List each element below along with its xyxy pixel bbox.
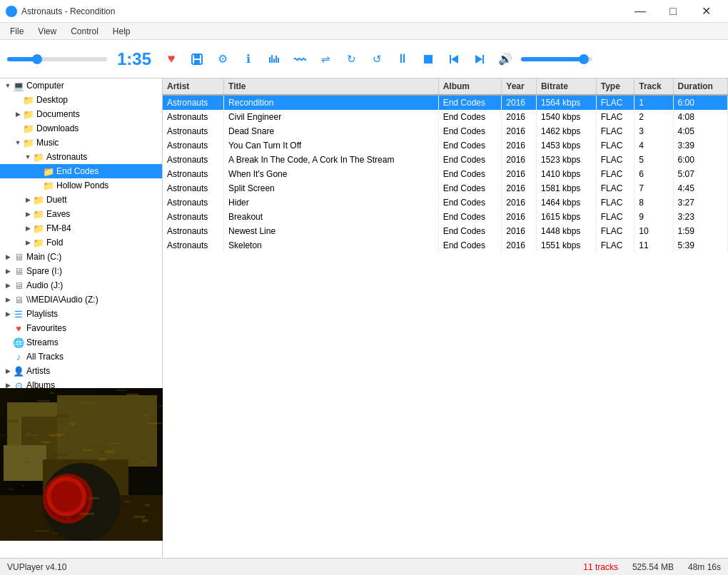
expander-mainc[interactable]: ▶ [3,252,13,262]
sidebar-item-mediaaudio[interactable]: ▶🖥\\MEDIA\Audio (Z:) [0,292,162,307]
cell-track-2: 3 [635,124,673,138]
expander-astronauts[interactable]: ▼ [23,152,33,162]
wave-button[interactable] [290,49,310,69]
menu-help[interactable]: Help [106,25,138,38]
col-header-duration[interactable]: Duration [673,78,727,95]
next-button[interactable] [470,49,490,69]
sidebar-item-alltracks[interactable]: ♪All Tracks [0,350,162,364]
save-button[interactable] [187,49,207,69]
sidebar-item-astronauts[interactable]: ▼📁Astronauts [0,150,162,164]
table-row[interactable]: AstronautsYou Can Turn It OffEnd Codes20… [163,138,728,153]
sidebar-item-favourites[interactable]: ♥Favourites [0,321,162,335]
col-header-type[interactable]: Type [596,78,635,95]
expander-sparei[interactable]: ▶ [3,266,13,276]
expander-fm84[interactable]: ▶ [23,223,33,233]
table-row[interactable]: AstronautsSkeletonEnd Codes20161551 kbps… [163,238,728,253]
table-row[interactable]: AstronautsReconditionEnd Codes20161564 k… [163,95,728,110]
expander-documents[interactable]: ▶ [13,109,23,119]
sidebar-label-mainc: Main (C:) [26,252,61,262]
col-header-artist[interactable]: Artist [163,78,224,95]
folder-icon: 📁 [33,208,44,220]
minimize-button[interactable]: — [624,0,657,23]
table-row[interactable]: AstronautsSplit ScreenEnd Codes20161581 … [163,181,728,195]
info-button[interactable]: ℹ [238,49,258,69]
svg-rect-4 [271,55,273,63]
sidebar-item-downloads[interactable]: 📁Downloads [0,121,162,136]
cell-bitrate-2: 1462 kbps [536,124,596,138]
heart-button[interactable]: ♥ [161,49,181,69]
maximize-button[interactable]: □ [657,0,689,23]
expander-eaves[interactable]: ▶ [23,209,33,219]
pause-button[interactable]: ⏸ [393,49,413,69]
menu-view[interactable]: View [31,25,64,38]
cell-year-4: 2016 [502,153,537,167]
sidebar-item-eaves[interactable]: ▶📁Eaves [0,207,162,221]
shuffle-button[interactable]: ⇌ [315,49,335,69]
sidebar-item-documents[interactable]: ▶📁Documents [0,107,162,121]
cell-title-4: A Break In The Code, A Cork In The Strea… [224,153,439,167]
prev-button[interactable] [444,49,464,69]
expander-mediaaudio[interactable]: ▶ [3,295,13,305]
volume-thumb[interactable] [579,54,589,64]
sidebar-item-fm84[interactable]: ▶📁FM-84 [0,221,162,235]
table-row[interactable]: AstronautsHiderEnd Codes20161464 kbpsFLA… [163,195,728,210]
seek-bar[interactable] [7,57,107,61]
svg-rect-7 [278,58,279,63]
expander-artists[interactable]: ▶ [3,366,13,376]
sidebar-item-sparei[interactable]: ▶🖥Spare (I:) [0,264,162,278]
seek-thumb[interactable] [32,54,42,64]
sidebar-item-mainc[interactable]: ▶🖥Main (C:) [0,250,162,264]
expander-audioj[interactable]: ▶ [3,280,13,290]
eq-button[interactable] [264,49,284,69]
sidebar-item-computer[interactable]: ▼💻Computer [0,78,162,93]
expander-computer[interactable]: ▼ [3,81,13,91]
cell-track-1: 2 [635,110,673,124]
table-row[interactable]: AstronautsBreakoutEnd Codes20161615 kbps… [163,210,728,224]
cell-year-8: 2016 [502,210,537,224]
cell-album-8: End Codes [438,210,502,224]
status-version: VUPlayer v4.10 [7,562,66,572]
repeat-all-button[interactable]: ↺ [367,49,387,69]
sidebar-item-artists[interactable]: ▶👤Artists [0,364,162,378]
menu-control[interactable]: Control [64,25,106,38]
sidebar-item-duett[interactable]: ▶📁Duett [0,193,162,207]
sidebar-item-hollowponds[interactable]: 📁Hollow Ponds [0,178,162,193]
expander-playlists[interactable]: ▶ [3,309,13,319]
sidebar-item-playlists[interactable]: ▶☰Playlists [0,307,162,321]
expander-duett[interactable]: ▶ [23,195,33,205]
cell-artist-1: Astronauts [163,110,224,124]
col-header-year[interactable]: Year [502,78,537,95]
volume-bar[interactable] [521,57,592,61]
cell-title-10: Skeleton [224,238,439,253]
stop-button[interactable] [418,49,438,69]
repeat-one-button[interactable]: ↻ [341,49,361,69]
col-header-bitrate[interactable]: Bitrate [536,78,596,95]
sidebar-item-desktop[interactable]: 📁Desktop [0,93,162,107]
table-row[interactable]: AstronautsWhen It's GoneEnd Codes2016141… [163,167,728,181]
table-row[interactable]: AstronautsA Break In The Code, A Cork In… [163,153,728,167]
table-row[interactable]: AstronautsNewest LineEnd Codes20161448 k… [163,224,728,238]
sidebar-item-streams[interactable]: 🌐Streams [0,335,162,350]
volume-button[interactable]: 🔊 [495,49,515,69]
col-header-album[interactable]: Album [438,78,502,95]
cell-album-1: End Codes [438,110,502,124]
expander-music[interactable]: ▼ [13,138,23,148]
expander-fold[interactable]: ▶ [23,238,33,248]
window-title: Astronauts - Recondition [21,6,115,16]
folder-icon: 📁 [23,137,34,148]
col-header-track[interactable]: Track [635,78,673,95]
sidebar-item-endcodes[interactable]: 📁End Codes [0,164,162,178]
sidebar-item-music[interactable]: ▼📁Music [0,136,162,150]
cell-album-3: End Codes [438,138,502,153]
table-row[interactable]: AstronautsDead SnareEnd Codes20161462 kb… [163,124,728,138]
drive-icon: 🖥 [13,294,24,305]
sidebar-item-fold[interactable]: ▶📁Fold [0,235,162,250]
settings-button[interactable]: ⚙ [213,49,233,69]
col-header-title[interactable]: Title [224,78,439,95]
sidebar-label-fm84: FM-84 [46,223,71,233]
close-button[interactable]: ✕ [689,0,722,23]
cell-duration-9: 1:59 [673,224,727,238]
menu-file[interactable]: File [3,25,31,38]
table-row[interactable]: AstronautsCivil EngineerEnd Codes2016154… [163,110,728,124]
sidebar-item-audioj[interactable]: ▶🖥Audio (J:) [0,278,162,292]
